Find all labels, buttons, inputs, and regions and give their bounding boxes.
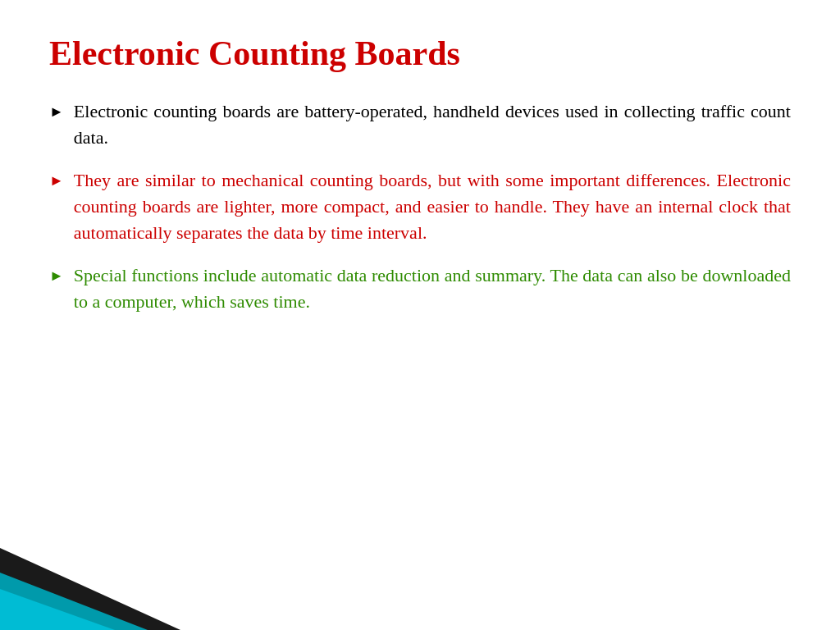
slide-container: Electronic Counting Boards ► Electronic … — [0, 0, 840, 630]
bullet-text-1: Electronic counting boards are battery-o… — [74, 98, 791, 151]
slide-title: Electronic Counting Boards — [49, 33, 791, 74]
bullet-item-1: ► Electronic counting boards are battery… — [49, 98, 791, 151]
bullet-arrow-3: ► — [49, 266, 64, 286]
bullet-text-3: Special functions include automatic data… — [74, 262, 791, 315]
bullet-text-2: They are similar to mechanical counting … — [74, 167, 791, 246]
bullet-item-3: ► Special functions include automatic da… — [49, 262, 791, 315]
bullet-item-2: ► They are similar to mechanical countin… — [49, 167, 791, 246]
bullet-arrow-1: ► — [49, 102, 64, 122]
bullet-list: ► Electronic counting boards are battery… — [49, 98, 791, 314]
corner-decoration — [0, 532, 180, 630]
bullet-arrow-2: ► — [49, 171, 64, 191]
